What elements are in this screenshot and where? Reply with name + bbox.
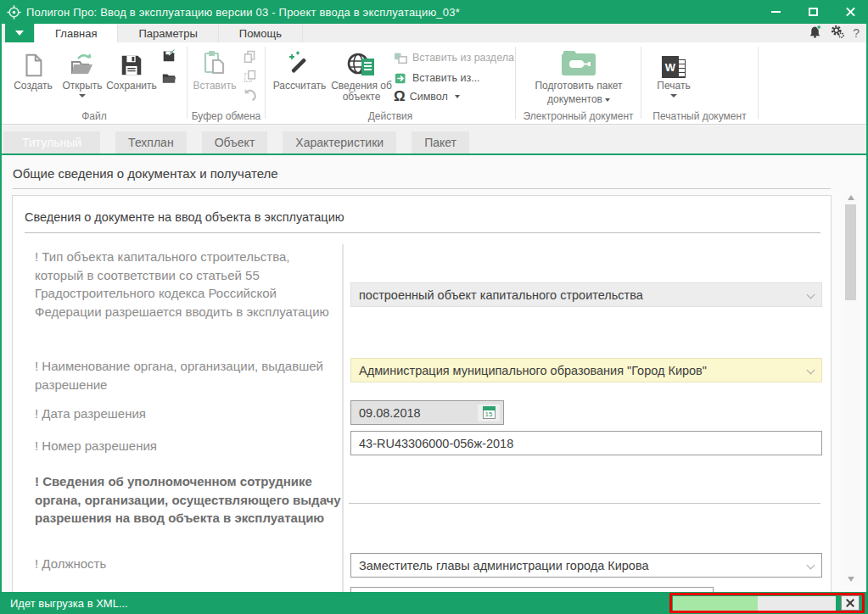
ribbon: Создать Открыть Сохранить	[2, 42, 866, 125]
prepare-package-button[interactable]: Подготовить пакет документов	[519, 46, 638, 105]
close-button[interactable]	[837, 3, 863, 21]
title-bar: Полигон Про: Ввод в эксплуатацию версии …	[0, 0, 868, 24]
scrollbar-thumb[interactable]	[845, 204, 856, 300]
ribbon-group-file: Создать Открыть Сохранить	[2, 42, 187, 124]
arrow-down-icon	[848, 577, 854, 582]
chevron-down-icon	[807, 291, 815, 299]
field-label-permit-date: ! Дата разрешения	[35, 405, 337, 423]
save-as-button[interactable]	[160, 47, 178, 64]
section-title: Общие сведения о документах и получателе	[13, 166, 278, 181]
omega-icon: Ω	[394, 88, 406, 105]
maximize-button[interactable]	[800, 3, 826, 21]
position-dropdown[interactable]: Заместитель главы администрации города К…	[350, 553, 822, 578]
paste-special-icon	[243, 69, 257, 83]
calendar-icon: 15	[483, 406, 496, 419]
tab-glavnaya[interactable]: Главная	[34, 24, 118, 42]
label-field-divider	[342, 244, 344, 592]
insert-from-section-button[interactable]: Вставить из раздела	[394, 49, 514, 66]
open-button[interactable]: Открыть	[58, 46, 107, 98]
doc-tab-harakteristiki[interactable]: Характеристики	[283, 131, 396, 154]
symbol-button[interactable]: Ω Символ	[394, 88, 460, 105]
scroll-down-button[interactable]	[843, 572, 858, 585]
undo-button[interactable]	[240, 87, 259, 103]
red-annotation-box	[669, 593, 865, 613]
doc-tab-obyekt[interactable]: Объект	[202, 131, 268, 154]
settings-gears-icon[interactable]	[830, 25, 845, 42]
form-card: Сведения о документе на ввод объекта в э…	[12, 195, 832, 592]
group-heading-authorized-employee: ! Сведения об уполномоченном сотруднике …	[35, 472, 342, 527]
new-document-icon	[20, 46, 46, 78]
ribbon-group-edoc: Подготовить пакет документов Электронный…	[516, 42, 641, 124]
doc-tab-paket[interactable]: Пакет	[412, 131, 469, 154]
notifications-bell-icon[interactable]	[808, 25, 822, 42]
new-button[interactable]: Создать	[8, 46, 58, 92]
minimize-button[interactable]	[763, 3, 788, 21]
status-text: Идет выгрузка в XML...	[10, 597, 128, 610]
progress-bar	[673, 596, 836, 611]
document-tabbar: Титульный Техплан Объект Характеристики …	[2, 126, 866, 155]
field-label-object-type: ! Тип объекта капитального строительства…	[35, 248, 337, 321]
field-label-authority-name: ! Наименование органа, организации, выда…	[35, 357, 337, 394]
package-folder-icon	[558, 46, 599, 78]
chevron-down-icon	[807, 366, 815, 375]
permit-date-field[interactable]: 09.08.2018 15	[350, 400, 504, 425]
application-window: Полигон Про: Ввод в эксплуатацию версии …	[0, 0, 868, 614]
app-logo-icon	[7, 5, 21, 20]
magic-wand-icon	[286, 46, 313, 78]
folder-icon	[161, 70, 176, 86]
dropdown-arrow-icon	[605, 98, 610, 102]
app-menu-button[interactable]	[5, 24, 34, 42]
position-value: Заместитель главы администрации города К…	[359, 559, 649, 572]
right-column-divider	[349, 503, 820, 504]
help-icon[interactable]: ?	[853, 26, 860, 40]
dropdown-arrow-icon	[79, 94, 86, 98]
save-as-icon	[161, 48, 176, 64]
paste-icon	[201, 46, 228, 78]
status-bar: Идет выгрузка в XML...	[0, 592, 868, 614]
authority-name-dropdown[interactable]: Администрация муниципального образования…	[350, 358, 822, 382]
card-title: Сведения о документе на ввод объекта в э…	[25, 210, 344, 224]
paste-special-button[interactable]	[240, 67, 259, 84]
vertical-scrollbar[interactable]	[843, 191, 858, 585]
undo-icon	[242, 88, 257, 102]
section-divider	[13, 188, 831, 189]
ribbon-group-clipboard: Вставить Буфер обмена	[188, 42, 265, 124]
group-label-print: Печатный документ	[641, 110, 758, 122]
save-button[interactable]: Сохранить	[107, 46, 156, 92]
permit-number-input[interactable]: 43-RU43306000-056ж-2018	[350, 431, 822, 455]
print-button[interactable]: W Печать	[648, 46, 699, 98]
progress-fill	[673, 596, 758, 611]
group-label-clipboard: Буфер обмена	[188, 110, 265, 122]
ribbon-group-print: W Печать Печатный документ	[641, 42, 758, 124]
doc-tab-tehplan[interactable]: Техплан	[115, 131, 187, 154]
object-info-button[interactable]: Сведения об объекте	[329, 46, 394, 103]
calendar-button[interactable]: 15	[478, 405, 500, 421]
insert-from-button[interactable]: Вставить из...	[394, 70, 480, 87]
card-title-divider	[25, 232, 820, 233]
ribbon-group-actions: Рассчитать Сведения об объекте Вставить …	[266, 42, 515, 124]
window-title: Полигон Про: Ввод в эксплуатацию версии …	[26, 6, 460, 19]
object-type-dropdown[interactable]: построенный объект капитального строител…	[350, 282, 822, 307]
dropdown-arrow-icon	[15, 31, 24, 36]
ribbon-tabstrip: Главная Параметры Помощь ?	[2, 24, 866, 42]
main-content: Общие сведения о документах и получателе…	[2, 155, 866, 592]
save-icon	[119, 46, 144, 78]
progress-close-button[interactable]	[841, 595, 860, 611]
authority-name-value: Администрация муниципального образования…	[359, 364, 707, 377]
object-type-value: построенный объект капитального строител…	[359, 288, 643, 302]
calculate-button[interactable]: Рассчитать	[272, 46, 328, 92]
doc-tab-titulny[interactable]: Титульный	[3, 131, 100, 154]
tab-pomosch[interactable]: Помощь	[219, 24, 303, 42]
dropdown-arrow-icon	[670, 94, 677, 98]
ribbon-separator	[758, 47, 759, 119]
arrow-up-icon	[848, 195, 854, 200]
scroll-up-button[interactable]	[843, 191, 858, 204]
tab-parametry[interactable]: Параметры	[118, 24, 218, 42]
dropdown-arrow-icon	[455, 95, 460, 98]
globe-info-icon	[347, 46, 376, 78]
word-document-icon: W	[662, 46, 686, 78]
group-label-edoc: Электронный документ	[516, 110, 641, 122]
copy-button[interactable]	[240, 47, 259, 64]
open-folder-small-button[interactable]	[160, 70, 178, 87]
paste-button[interactable]: Вставить	[191, 46, 238, 92]
